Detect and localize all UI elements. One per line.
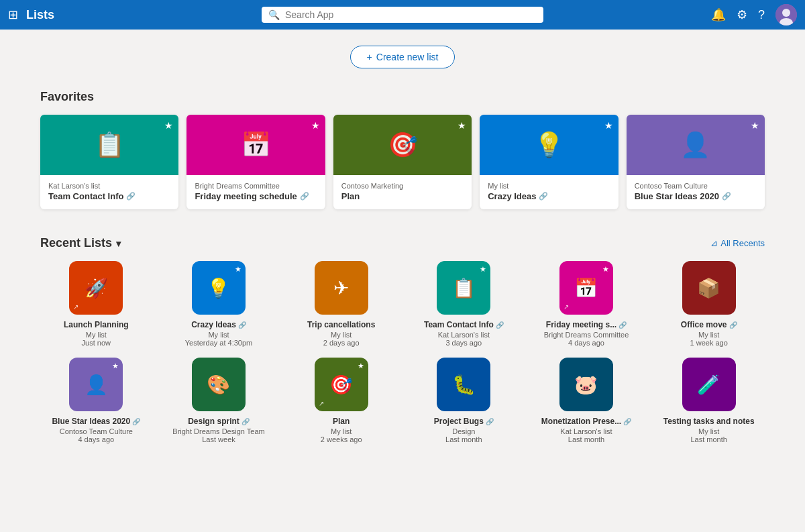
recent-icon-wrap: 🐷 xyxy=(559,358,613,411)
recent-list-item[interactable]: 🐷 Monetization Prese... 🔗 Kat Larson's l… xyxy=(531,358,643,443)
recent-icon-wrap: 💡 ★ xyxy=(192,261,246,315)
fav-card-banner: ★ 👤 xyxy=(627,115,765,175)
recent-item-icon: 🐛 xyxy=(452,374,476,396)
create-new-list-button[interactable]: + Create new list xyxy=(350,46,455,68)
share-icon: 🔗 xyxy=(623,418,631,425)
recent-item-time: Just now xyxy=(82,339,111,347)
recent-list-item[interactable]: 🧪 Testing tasks and notes My list Last m… xyxy=(653,358,765,443)
share-icon: 🔗 xyxy=(132,418,140,425)
star-badge: ★ xyxy=(480,265,486,274)
help-icon[interactable]: ? xyxy=(758,8,765,22)
share-icon: 🔗 xyxy=(241,418,250,425)
recent-item-time: Last month xyxy=(690,435,727,443)
recent-item-name: Testing tasks and notes xyxy=(663,417,755,426)
favorite-card[interactable]: ★ 👤 Contoso Team Culture Blue Star Ideas… xyxy=(627,115,765,209)
search-input[interactable] xyxy=(285,9,537,20)
recent-lists-title: Recent Lists ▾ xyxy=(40,236,121,250)
recent-item-time: Last month xyxy=(445,435,482,443)
favorites-section-header: Favorites xyxy=(40,90,765,104)
star-badge: ★ xyxy=(235,265,241,274)
recent-list-item[interactable]: ✈ Trip cancellations My list 2 days ago xyxy=(285,261,397,347)
star-icon: ★ xyxy=(164,120,173,131)
gear-icon[interactable]: ⚙ xyxy=(737,7,747,22)
recent-item-icon: 🧪 xyxy=(697,374,720,396)
share-icon: 🔗 xyxy=(496,321,504,329)
fav-card-subtitle: Kat Larson's list xyxy=(48,182,170,190)
star-badge: ★ xyxy=(112,362,119,370)
share-icon: 🔗 xyxy=(126,192,136,201)
favorite-card[interactable]: ★ 📋 Kat Larson's list Team Contact Info … xyxy=(40,115,178,209)
fav-card-icon: 📅 xyxy=(241,131,271,159)
recent-list-item[interactable]: 🎯 ★ ↗ Plan My list 2 weeks ago xyxy=(285,358,397,443)
share-icon: 🔗 xyxy=(722,192,731,201)
recent-list-item[interactable]: 💡 ★ Crazy Ideas 🔗 My list Yesterday at 4… xyxy=(163,261,275,347)
recent-item-name: Design sprint 🔗 xyxy=(188,417,250,426)
share-icon: 🔗 xyxy=(300,192,309,201)
recent-list-item[interactable]: 🐛 Project Bugs 🔗 Design Last month xyxy=(408,358,520,443)
plus-icon: + xyxy=(367,52,372,62)
recent-item-list: My list xyxy=(208,331,229,339)
recent-icon-wrap: 🧪 xyxy=(682,358,736,411)
recent-item-icon: 🎯 xyxy=(329,374,353,396)
grid-icon[interactable]: ⊞ xyxy=(8,7,18,22)
bell-icon[interactable]: 🔔 xyxy=(711,7,726,22)
fav-card-banner: ★ 📅 xyxy=(186,115,325,175)
recent-icon-wrap: 🎯 ★ ↗ xyxy=(315,358,368,411)
recent-icon-wrap: 🐛 xyxy=(437,358,490,411)
recent-item-list: Design xyxy=(452,427,475,435)
star-icon: ★ xyxy=(458,120,466,131)
recent-item-name: Crazy Ideas 🔗 xyxy=(191,320,246,329)
recent-item-list: My list xyxy=(698,331,719,339)
recent-list-item[interactable]: 📋 ★ Team Contact Info 🔗 Kat Larson's lis… xyxy=(408,261,520,347)
recent-item-name: Team Contact Info 🔗 xyxy=(424,320,504,329)
fav-card-info: My list Crazy Ideas 🔗 xyxy=(480,175,618,209)
favorite-card[interactable]: ★ 🎯 Contoso Marketing Plan xyxy=(333,115,472,209)
recent-icon-wrap: ✈ xyxy=(315,261,368,315)
all-recents-button[interactable]: ⊿ All Recents xyxy=(710,238,765,248)
fav-card-title: Team Contact Info 🔗 xyxy=(48,191,170,201)
search-icon: 🔍 xyxy=(268,9,280,20)
trend-icon: ↗ xyxy=(319,400,324,407)
recent-item-list: Bright Dreams Design Team xyxy=(172,427,264,435)
recent-icon-wrap: 📅 ★ ↗ xyxy=(559,261,613,315)
recent-item-icon: 📅 xyxy=(574,277,598,299)
recent-item-list: Bright Dreams Committee xyxy=(544,331,629,339)
recent-item-name: Plan xyxy=(333,417,350,426)
recent-item-icon: ✈ xyxy=(333,277,349,299)
create-button-label: Create new list xyxy=(376,52,439,62)
dropdown-icon[interactable]: ▾ xyxy=(116,238,121,249)
recent-list-item[interactable]: 📅 ★ ↗ Friday meeting s... 🔗 Bright Dream… xyxy=(531,261,643,347)
recent-item-time: Yesterday at 4:30pm xyxy=(185,339,253,347)
star-icon: ★ xyxy=(604,120,613,131)
recent-list-item[interactable]: 👤 ★ Blue Star Ideas 2020 🔗 Contoso Team … xyxy=(40,358,152,443)
recent-item-name: Project Bugs 🔗 xyxy=(434,417,494,426)
recent-item-list: My list xyxy=(698,427,719,435)
favorites-title: Favorites xyxy=(40,90,94,104)
favorite-card[interactable]: ★ 💡 My list Crazy Ideas 🔗 xyxy=(480,115,618,209)
recent-list-item[interactable]: 🚀 ↗ Launch Planning My list Just now xyxy=(40,261,152,347)
avatar[interactable] xyxy=(775,4,797,25)
recent-item-time: 2 weeks ago xyxy=(321,435,362,443)
fav-card-banner: ★ 📋 xyxy=(40,115,178,175)
fav-card-banner: ★ 💡 xyxy=(480,115,618,175)
recent-item-list: Kat Larson's list xyxy=(438,331,490,339)
share-icon: 🔗 xyxy=(486,418,494,425)
recent-item-list: Contoso Team Culture xyxy=(60,427,133,435)
fav-card-title: Blue Star Ideas 2020 🔗 xyxy=(635,191,757,201)
fav-card-title: Plan xyxy=(341,191,464,201)
recent-list-item[interactable]: 📦 Office move 🔗 My list 1 week ago xyxy=(653,261,765,347)
recent-icon-wrap: 🚀 ↗ xyxy=(69,261,123,315)
fav-card-icon: 🎯 xyxy=(388,131,418,159)
recent-list-item[interactable]: 🎨 Design sprint 🔗 Bright Dreams Design T… xyxy=(163,358,275,443)
fav-card-icon: 👤 xyxy=(680,131,710,159)
share-icon: 🔗 xyxy=(729,321,737,329)
share-icon: 🔗 xyxy=(238,321,246,329)
fav-card-subtitle: Bright Dreams Committee xyxy=(195,182,317,190)
recent-icon-wrap: 👤 ★ xyxy=(69,358,123,411)
recent-item-time: Last month xyxy=(568,435,604,443)
recent-item-name: Blue Star Ideas 2020 🔗 xyxy=(52,417,140,426)
favorite-card[interactable]: ★ 📅 Bright Dreams Committee Friday meeti… xyxy=(186,115,325,209)
fav-card-subtitle: My list xyxy=(488,182,610,190)
recent-item-list: My list xyxy=(331,427,352,435)
fav-card-subtitle: Contoso Team Culture xyxy=(635,182,757,190)
